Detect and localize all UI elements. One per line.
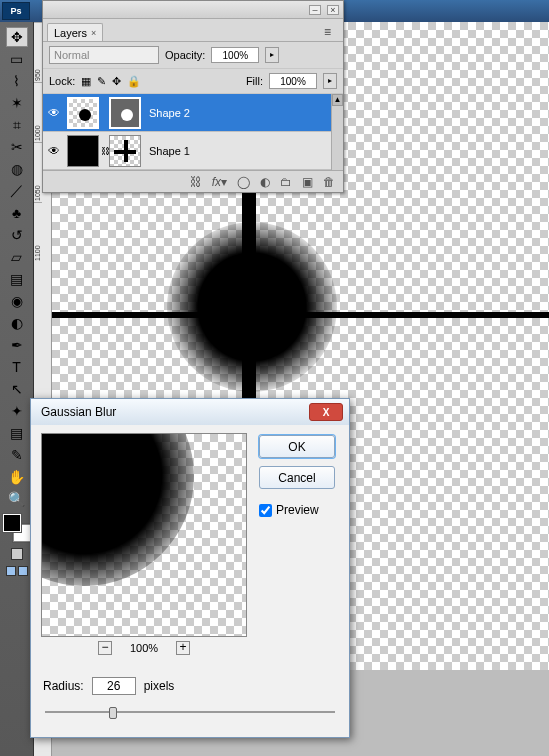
layer-list: 👁 Shape 2 👁 ⛓ Shape 1 ▲ — [43, 94, 343, 170]
panel-footer: ⛓ fx▾ ◯ ◐ 🗀 ▣ 🗑 — [43, 170, 343, 192]
blend-opacity-row: Opacity: ▸ — [43, 42, 343, 69]
panel-titlebar[interactable]: – × — [43, 1, 343, 19]
new-group-icon[interactable]: 🗀 — [280, 175, 292, 189]
tool-lasso[interactable]: ⌇ — [6, 71, 28, 91]
quickmask-toggle[interactable] — [11, 548, 23, 560]
tab-close-icon[interactable]: × — [91, 28, 96, 38]
tab-label: Layers — [54, 27, 87, 39]
tool-blur[interactable]: ◉ — [6, 291, 28, 311]
add-mask-icon[interactable]: ◯ — [237, 175, 250, 189]
fill-flyout-icon[interactable]: ▸ — [323, 73, 337, 89]
preview-label: Preview — [276, 503, 319, 517]
tool-notes[interactable]: ▤ — [6, 423, 28, 443]
opacity-label: Opacity: — [165, 49, 205, 61]
toolbox: ✥ ▭ ⌇ ✶ ⌗ ✂ ◍ ／ ♣ ↺ ▱ ▤ ◉ ◐ ✒ T ↖ ✦ ▤ ✎ … — [0, 22, 34, 756]
gaussian-blur-dialog: Gaussian Blur X − 100% + OK Cancel Previ… — [30, 398, 350, 738]
tool-slice[interactable]: ✂ — [6, 137, 28, 157]
layer-scrollbar[interactable]: ▲ — [331, 94, 343, 170]
blend-mode-select[interactable] — [49, 46, 159, 64]
tool-gradient[interactable]: ▤ — [6, 269, 28, 289]
lock-icons: ▦ ✎ ✥ 🔒 — [81, 75, 141, 88]
zoom-controls: − 100% + — [41, 641, 247, 655]
cancel-button[interactable]: Cancel — [259, 466, 335, 489]
tool-crop[interactable]: ⌗ — [6, 115, 28, 135]
layer-mask-thumbnail[interactable] — [109, 135, 141, 167]
zoom-out-button[interactable]: − — [98, 641, 112, 655]
layers-panel: – × Layers × ≡ Opacity: ▸ Lock: ▦ ✎ ✥ 🔒 … — [42, 0, 344, 193]
tool-history-brush[interactable]: ↺ — [6, 225, 28, 245]
delete-layer-icon[interactable]: 🗑 — [323, 175, 335, 189]
fx-icon[interactable]: fx▾ — [212, 175, 227, 189]
tool-zoom[interactable]: 🔍 — [6, 489, 28, 509]
tool-stamp[interactable]: ♣ — [6, 203, 28, 223]
app-logo: Ps — [2, 2, 30, 20]
tool-marquee[interactable]: ▭ — [6, 49, 28, 69]
tool-healing[interactable]: ◍ — [6, 159, 28, 179]
lock-label: Lock: — [49, 75, 75, 87]
foreground-swatch[interactable] — [3, 514, 21, 532]
tool-wand[interactable]: ✶ — [6, 93, 28, 113]
adjustment-layer-icon[interactable]: ◐ — [260, 175, 270, 189]
zoom-in-button[interactable]: + — [176, 641, 190, 655]
fill-input[interactable] — [269, 73, 317, 89]
layer-thumbnail[interactable] — [67, 97, 99, 129]
tool-brush[interactable]: ／ — [6, 181, 28, 201]
panel-close-icon[interactable]: × — [327, 5, 339, 15]
radius-unit: pixels — [144, 679, 175, 693]
tool-type[interactable]: T — [6, 357, 28, 377]
layer-thumbnail[interactable] — [67, 135, 99, 167]
shape-blur-circle — [167, 222, 337, 392]
tool-path-select[interactable]: ↖ — [6, 379, 28, 399]
layer-name: Shape 1 — [143, 145, 190, 157]
screenmode-buttons[interactable] — [6, 566, 28, 576]
tool-dodge[interactable]: ◐ — [6, 313, 28, 333]
tool-pen[interactable]: ✒ — [6, 335, 28, 355]
opacity-flyout-icon[interactable]: ▸ — [265, 47, 279, 63]
dialog-close-button[interactable]: X — [309, 403, 343, 421]
radius-slider[interactable] — [45, 705, 335, 719]
layer-mask-thumbnail[interactable] — [109, 97, 141, 129]
visibility-toggle-icon[interactable]: 👁 — [43, 144, 65, 158]
lock-position-icon[interactable]: ✥ — [112, 75, 121, 88]
link-icon[interactable]: ⛓ — [101, 135, 107, 167]
opacity-input[interactable] — [211, 47, 259, 63]
radius-label: Radius: — [43, 679, 84, 693]
panel-minimize-icon[interactable]: – — [309, 5, 321, 15]
radius-row: Radius: pixels — [43, 677, 349, 695]
lock-transparency-icon[interactable]: ▦ — [81, 75, 91, 88]
panel-tabs: Layers × ≡ — [43, 19, 343, 42]
layer-row[interactable]: 👁 Shape 2 — [43, 94, 343, 132]
preview-checkbox[interactable] — [259, 504, 272, 517]
ok-button[interactable]: OK — [259, 435, 335, 458]
new-layer-icon[interactable]: ▣ — [302, 175, 313, 189]
panel-menu-icon[interactable]: ≡ — [320, 23, 335, 41]
dialog-title: Gaussian Blur — [41, 405, 116, 419]
tool-eyedropper[interactable]: ✎ — [6, 445, 28, 465]
radius-input[interactable] — [92, 677, 136, 695]
lock-pixels-icon[interactable]: ✎ — [97, 75, 106, 88]
preview-checkbox-wrap[interactable]: Preview — [259, 503, 335, 517]
lock-all-icon[interactable]: 🔒 — [127, 75, 141, 88]
tool-custom-shape[interactable]: ✦ — [6, 401, 28, 421]
tab-layers[interactable]: Layers × — [47, 23, 103, 41]
dialog-titlebar[interactable]: Gaussian Blur X — [31, 399, 349, 425]
fill-label: Fill: — [246, 75, 263, 87]
link-layers-icon[interactable]: ⛓ — [190, 175, 202, 189]
layer-name: Shape 2 — [143, 107, 190, 119]
zoom-value: 100% — [130, 642, 158, 654]
tool-eraser[interactable]: ▱ — [6, 247, 28, 267]
layer-row[interactable]: 👁 ⛓ Shape 1 — [43, 132, 343, 170]
tool-move[interactable]: ✥ — [6, 27, 28, 47]
slider-thumb[interactable] — [109, 707, 117, 719]
color-swatches[interactable] — [3, 514, 31, 542]
lock-fill-row: Lock: ▦ ✎ ✥ 🔒 Fill: ▸ — [43, 69, 343, 94]
visibility-toggle-icon[interactable]: 👁 — [43, 106, 65, 120]
tool-hand[interactable]: ✋ — [6, 467, 28, 487]
blur-preview[interactable] — [41, 433, 247, 637]
scroll-up-icon[interactable]: ▲ — [332, 94, 343, 106]
